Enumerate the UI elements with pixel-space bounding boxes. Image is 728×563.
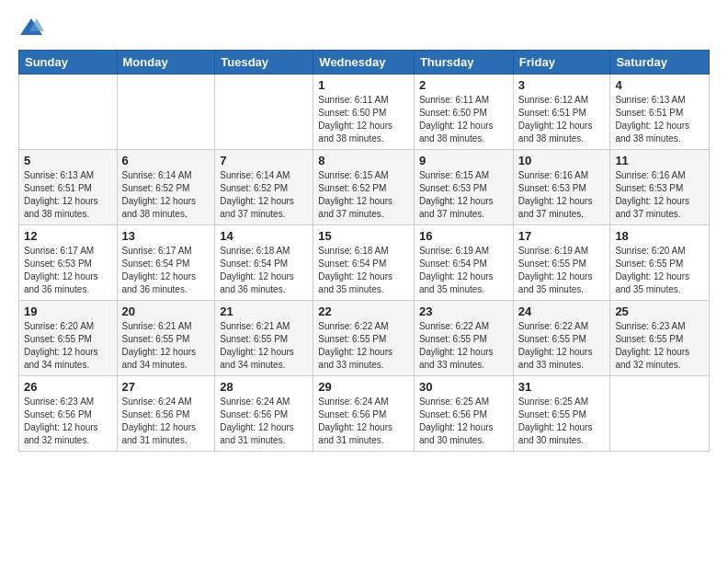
- day-number: 16: [419, 229, 508, 243]
- day-number: 10: [518, 154, 606, 167]
- week-row-4: 19Sunrise: 6:20 AM Sunset: 6:55 PM Dayli…: [19, 301, 710, 376]
- day-info: Sunrise: 6:13 AM Sunset: 6:51 PM Dayligh…: [24, 169, 112, 221]
- day-info: Sunrise: 6:17 AM Sunset: 6:53 PM Dayligh…: [24, 245, 112, 296]
- day-info: Sunrise: 6:15 AM Sunset: 6:53 PM Dayligh…: [419, 169, 508, 221]
- day-info: Sunrise: 6:11 AM Sunset: 6:50 PM Dayligh…: [419, 94, 508, 145]
- day-cell: 8Sunrise: 6:15 AM Sunset: 6:52 PM Daylig…: [313, 150, 415, 225]
- day-cell: 4Sunrise: 6:13 AM Sunset: 6:51 PM Daylig…: [610, 75, 710, 150]
- day-number: 13: [122, 229, 210, 243]
- page: SundayMondayTuesdayWednesdayThursdayFrid…: [0, 0, 728, 563]
- day-info: Sunrise: 6:14 AM Sunset: 6:52 PM Dayligh…: [122, 169, 210, 221]
- day-number: 26: [24, 380, 112, 394]
- day-cell: 9Sunrise: 6:15 AM Sunset: 6:53 PM Daylig…: [414, 150, 513, 225]
- day-info: Sunrise: 6:24 AM Sunset: 6:56 PM Dayligh…: [220, 396, 308, 447]
- week-row-5: 26Sunrise: 6:23 AM Sunset: 6:56 PM Dayli…: [19, 376, 710, 452]
- day-cell: 2Sunrise: 6:11 AM Sunset: 6:50 PM Daylig…: [414, 75, 513, 150]
- day-number: 5: [24, 154, 112, 167]
- weekday-header-sunday: Sunday: [19, 51, 118, 75]
- day-cell: 28Sunrise: 6:24 AM Sunset: 6:56 PM Dayli…: [215, 376, 313, 452]
- weekday-header-wednesday: Wednesday: [313, 51, 415, 75]
- day-number: 4: [615, 78, 704, 92]
- day-cell: 14Sunrise: 6:18 AM Sunset: 6:54 PM Dayli…: [215, 225, 313, 301]
- day-info: Sunrise: 6:22 AM Sunset: 6:55 PM Dayligh…: [518, 320, 606, 372]
- day-cell: 21Sunrise: 6:21 AM Sunset: 6:55 PM Dayli…: [215, 301, 313, 376]
- day-cell: 27Sunrise: 6:24 AM Sunset: 6:56 PM Dayli…: [117, 376, 215, 452]
- day-cell: 26Sunrise: 6:23 AM Sunset: 6:56 PM Dayli…: [19, 376, 118, 452]
- day-cell: 1Sunrise: 6:11 AM Sunset: 6:50 PM Daylig…: [313, 75, 415, 150]
- day-info: Sunrise: 6:24 AM Sunset: 6:56 PM Dayligh…: [122, 396, 210, 447]
- day-number: 20: [122, 304, 210, 318]
- day-info: Sunrise: 6:25 AM Sunset: 6:55 PM Dayligh…: [518, 396, 606, 447]
- day-info: Sunrise: 6:19 AM Sunset: 6:54 PM Dayligh…: [419, 245, 508, 296]
- weekday-header-monday: Monday: [117, 51, 215, 75]
- day-cell: 24Sunrise: 6:22 AM Sunset: 6:55 PM Dayli…: [513, 301, 610, 376]
- day-info: Sunrise: 6:24 AM Sunset: 6:56 PM Dayligh…: [318, 396, 409, 447]
- day-number: 24: [518, 304, 606, 318]
- day-cell: [215, 75, 313, 150]
- day-number: 19: [24, 304, 112, 318]
- day-info: Sunrise: 6:12 AM Sunset: 6:51 PM Dayligh…: [518, 94, 606, 145]
- day-cell: 12Sunrise: 6:17 AM Sunset: 6:53 PM Dayli…: [19, 225, 118, 301]
- weekday-header-thursday: Thursday: [414, 51, 513, 75]
- weekday-header-friday: Friday: [513, 51, 610, 75]
- day-number: 25: [615, 304, 704, 318]
- week-row-1: 1Sunrise: 6:11 AM Sunset: 6:50 PM Daylig…: [19, 75, 710, 150]
- day-number: 15: [318, 229, 409, 243]
- day-number: 8: [318, 154, 409, 167]
- day-cell: 23Sunrise: 6:22 AM Sunset: 6:55 PM Dayli…: [414, 301, 513, 376]
- weekday-header-tuesday: Tuesday: [215, 51, 313, 75]
- weekday-header-saturday: Saturday: [610, 51, 710, 75]
- day-info: Sunrise: 6:17 AM Sunset: 6:54 PM Dayligh…: [122, 245, 210, 296]
- day-number: 14: [220, 229, 308, 243]
- day-cell: [117, 75, 215, 150]
- day-info: Sunrise: 6:21 AM Sunset: 6:55 PM Dayligh…: [122, 320, 210, 372]
- day-info: Sunrise: 6:11 AM Sunset: 6:50 PM Dayligh…: [318, 94, 409, 145]
- week-row-2: 5Sunrise: 6:13 AM Sunset: 6:51 PM Daylig…: [19, 150, 710, 225]
- day-info: Sunrise: 6:23 AM Sunset: 6:55 PM Dayligh…: [615, 320, 704, 372]
- day-number: 3: [518, 78, 606, 92]
- day-cell: 19Sunrise: 6:20 AM Sunset: 6:55 PM Dayli…: [19, 301, 118, 376]
- day-cell: 25Sunrise: 6:23 AM Sunset: 6:55 PM Dayli…: [610, 301, 710, 376]
- day-cell: 3Sunrise: 6:12 AM Sunset: 6:51 PM Daylig…: [513, 75, 610, 150]
- header: [18, 15, 710, 40]
- logo-icon: [18, 15, 44, 40]
- day-cell: 7Sunrise: 6:14 AM Sunset: 6:52 PM Daylig…: [215, 150, 313, 225]
- day-number: 27: [122, 380, 210, 394]
- day-number: 30: [419, 380, 508, 394]
- day-number: 11: [615, 154, 704, 167]
- day-cell: 18Sunrise: 6:20 AM Sunset: 6:55 PM Dayli…: [610, 225, 710, 301]
- day-cell: 17Sunrise: 6:19 AM Sunset: 6:55 PM Dayli…: [513, 225, 610, 301]
- day-info: Sunrise: 6:19 AM Sunset: 6:55 PM Dayligh…: [518, 245, 606, 296]
- day-info: Sunrise: 6:16 AM Sunset: 6:53 PM Dayligh…: [518, 169, 606, 221]
- day-number: 18: [615, 229, 704, 243]
- day-info: Sunrise: 6:22 AM Sunset: 6:55 PM Dayligh…: [419, 320, 508, 372]
- day-info: Sunrise: 6:18 AM Sunset: 6:54 PM Dayligh…: [220, 245, 308, 296]
- day-number: 21: [220, 304, 308, 318]
- day-info: Sunrise: 6:21 AM Sunset: 6:55 PM Dayligh…: [220, 320, 308, 372]
- day-number: 9: [419, 154, 508, 167]
- day-number: 12: [24, 229, 112, 243]
- day-cell: 15Sunrise: 6:18 AM Sunset: 6:54 PM Dayli…: [313, 225, 415, 301]
- week-row-3: 12Sunrise: 6:17 AM Sunset: 6:53 PM Dayli…: [19, 225, 710, 301]
- day-cell: 31Sunrise: 6:25 AM Sunset: 6:55 PM Dayli…: [513, 376, 610, 452]
- day-info: Sunrise: 6:22 AM Sunset: 6:55 PM Dayligh…: [318, 320, 409, 372]
- day-number: 6: [122, 154, 210, 167]
- day-info: Sunrise: 6:15 AM Sunset: 6:52 PM Dayligh…: [318, 169, 409, 221]
- day-info: Sunrise: 6:16 AM Sunset: 6:53 PM Dayligh…: [615, 169, 704, 221]
- day-number: 22: [318, 304, 409, 318]
- day-info: Sunrise: 6:23 AM Sunset: 6:56 PM Dayligh…: [24, 396, 112, 447]
- logo: [18, 15, 48, 40]
- day-info: Sunrise: 6:18 AM Sunset: 6:54 PM Dayligh…: [318, 245, 409, 296]
- day-cell: 13Sunrise: 6:17 AM Sunset: 6:54 PM Dayli…: [117, 225, 215, 301]
- day-cell: [610, 376, 710, 452]
- day-info: Sunrise: 6:13 AM Sunset: 6:51 PM Dayligh…: [615, 94, 704, 145]
- day-cell: 22Sunrise: 6:22 AM Sunset: 6:55 PM Dayli…: [313, 301, 415, 376]
- day-cell: 10Sunrise: 6:16 AM Sunset: 6:53 PM Dayli…: [513, 150, 610, 225]
- day-info: Sunrise: 6:20 AM Sunset: 6:55 PM Dayligh…: [24, 320, 112, 372]
- day-number: 31: [518, 380, 606, 394]
- day-number: 23: [419, 304, 508, 318]
- day-info: Sunrise: 6:14 AM Sunset: 6:52 PM Dayligh…: [220, 169, 308, 221]
- day-number: 7: [220, 154, 308, 167]
- day-cell: 20Sunrise: 6:21 AM Sunset: 6:55 PM Dayli…: [117, 301, 215, 376]
- day-number: 2: [419, 78, 508, 92]
